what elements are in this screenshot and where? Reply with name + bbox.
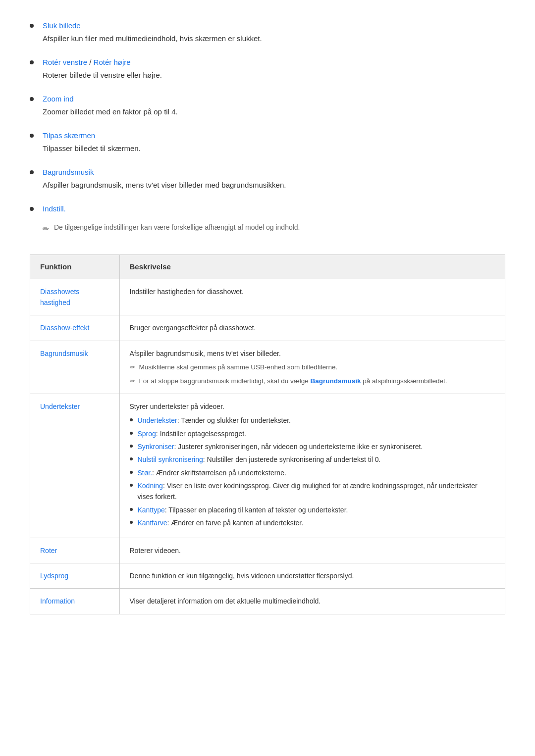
bullet-title: Sluk billede: [43, 21, 81, 30]
list-item: Sluk billede Afspiller kun filer med mul…: [30, 20, 505, 45]
table-row: Bagrundsmusik Afspiller bagrundsmusik, m…: [30, 341, 505, 394]
table-row: Diasshowets hastighed Indstiller hastigh…: [30, 279, 505, 315]
inner-bullet-dot: [130, 432, 133, 435]
settings-table: Funktion Beskrivelse Diasshowets hastigh…: [30, 254, 505, 614]
bullet-dot: [30, 134, 34, 138]
bold-link: Bagrundsmusik: [310, 377, 361, 385]
bullet-content: Rotér venstre / Rotér højre Roterer bill…: [43, 56, 505, 81]
table-cell-desc: Denne funktion er kun tilgængelig, hvis …: [119, 563, 505, 589]
inner-bullet-text: Kantfarve: Ændrer en farve på kanten af …: [138, 517, 304, 528]
inner-link: Undertekster: [138, 416, 177, 424]
table-cell-desc: Bruger overgangseffekter på diasshowet.: [119, 315, 505, 341]
inner-bullet-item: Kantfarve: Ændrer en farve på kanten af …: [130, 517, 495, 528]
inner-link: Nulstil synkronisering: [138, 455, 203, 463]
inner-link: Kanttype: [138, 506, 165, 514]
table-cell-func: Roter: [30, 538, 119, 563]
bullet-title: Zoom ind: [43, 95, 74, 103]
inner-bullet-text: Stør.: Ændrer skriftstørrelsen på undert…: [138, 467, 286, 478]
inner-bullet-dot: [130, 445, 133, 448]
table-cell-func: Lydsprog: [30, 563, 119, 589]
table-cell-func: Diasshowets hastighed: [30, 279, 119, 315]
table-cell-func: Information: [30, 589, 119, 614]
table-row: Roter Roterer videoen.: [30, 538, 505, 563]
inner-bullet-item: Undertekster: Tænder og slukker for unde…: [130, 415, 495, 426]
inner-bullet-text: Undertekster: Tænder og slukker for unde…: [138, 415, 291, 426]
list-item: Tilpas skærmen Tilpasser billedet til sk…: [30, 130, 505, 154]
bullet-title-left: Rotér venstre: [43, 58, 87, 66]
note-text: De tilgængelige indstillinger kan være f…: [54, 222, 300, 233]
inner-bullet-text: Kodning: Viser en liste over kodningsspr…: [138, 480, 495, 503]
cell-note-text: Musikfilerne skal gemmes på samme USB-en…: [139, 362, 338, 373]
table-header-row: Funktion Beskrivelse: [30, 255, 505, 279]
table-cell-desc: Indstiller hastigheden for diasshowet.: [119, 279, 505, 315]
feature-list: Sluk billede Afspiller kun filer med mul…: [30, 20, 505, 243]
bullet-title: Indstill.: [43, 204, 66, 213]
bullet-dot: [30, 97, 34, 101]
pencil-icon: ✏: [43, 223, 49, 236]
inner-link: Synkroniser: [138, 443, 174, 451]
table-cell-desc: Roterer videoen.: [119, 538, 505, 563]
cell-note-text: For at stoppe baggrundsmusik midlertidig…: [139, 376, 447, 387]
inner-bullet-list: Undertekster: Tænder og slukker for unde…: [130, 415, 495, 529]
inner-bullet-text: Kanttype: Tilpasser en placering til kan…: [138, 504, 348, 515]
inner-bullet-item: Stør.: Ændrer skriftstørrelsen på undert…: [130, 467, 495, 478]
inner-bullet-item: Nulstil synkronisering: Nulstiller den j…: [130, 454, 495, 465]
list-item: Bagrundsmusik Afspiller bagrundsmusik, m…: [30, 166, 505, 191]
col-header-description: Beskrivelse: [119, 255, 505, 279]
inner-bullet-text: Nulstil synkronisering: Nulstiller den j…: [138, 454, 381, 465]
col-header-function: Funktion: [30, 255, 119, 279]
bullet-dot: [30, 207, 34, 211]
list-item: Zoom ind Zoomer billedet med en faktor p…: [30, 93, 505, 118]
bullet-title: Tilpas skærmen: [43, 131, 95, 140]
inner-bullet-item: Synkroniser: Justerer synkroniseringen, …: [130, 441, 495, 452]
bullet-title: Bagrundsmusik: [43, 168, 94, 176]
inner-bullet-text: Sprog: Indstiller optagelsessproget.: [138, 428, 246, 439]
bullet-content: Sluk billede Afspiller kun filer med mul…: [43, 20, 505, 45]
list-item: Indstill. ✏ De tilgængelige indstillinge…: [30, 203, 505, 243]
inner-link: Stør.: [138, 469, 153, 477]
bullet-content: Bagrundsmusik Afspiller bagrundsmusik, m…: [43, 166, 505, 191]
inner-bullet-text: Synkroniser: Justerer synkroniseringen, …: [138, 441, 423, 452]
inner-bullet-item: Kanttype: Tilpasser en placering til kan…: [130, 504, 495, 515]
bullet-desc: Afspiller bagrundsmusik, mens tv'et vise…: [43, 179, 505, 191]
inner-bullet-dot: [130, 521, 133, 524]
indented-note: ✏ De tilgængelige indstillinger kan være…: [43, 222, 505, 236]
inner-link: Kantfarve: [138, 519, 167, 527]
table-cell-func: Bagrundsmusik: [30, 341, 119, 394]
inner-bullet-dot: [130, 508, 133, 511]
inner-link: Kodning: [138, 482, 163, 490]
inner-bullet-dot: [130, 471, 133, 474]
table-row: Diasshow-effekt Bruger overgangseffekter…: [30, 315, 505, 341]
bullet-title-right: Rotér højre: [94, 58, 131, 66]
bullet-dot: [30, 60, 34, 64]
bullet-dot: [30, 170, 34, 174]
cell-note: ✏ For at stoppe baggrundsmusik midlertid…: [130, 376, 495, 387]
table-cell-func: Diasshow-effekt: [30, 315, 119, 341]
table-cell-desc: Styrer undertekster på videoer. Undertek…: [119, 394, 505, 538]
bullet-desc: Tilpasser billedet til skærmen.: [43, 143, 505, 154]
inner-link: Sprog: [138, 430, 156, 438]
bullet-content: Zoom ind Zoomer billedet med en faktor p…: [43, 93, 505, 118]
bullet-desc: Roterer billede til venstre eller højre.: [43, 69, 505, 81]
pencil-icon: ✏: [130, 376, 135, 387]
table-row: Undertekster Styrer undertekster på vide…: [30, 394, 505, 538]
inner-bullet-item: Kodning: Viser en liste over kodningsspr…: [130, 480, 495, 503]
pencil-icon: ✏: [130, 362, 135, 373]
table-row: Information Viser detaljeret information…: [30, 589, 505, 614]
separator: /: [89, 58, 93, 66]
table-cell-desc: Afspiller bagrundsmusik, mens tv'et vise…: [119, 341, 505, 394]
bullet-content: Indstill. ✏ De tilgængelige indstillinge…: [43, 203, 505, 243]
cell-note: ✏ Musikfilerne skal gemmes på samme USB-…: [130, 362, 495, 373]
bullet-desc: Afspiller kun filer med multimedieindhol…: [43, 33, 505, 45]
bullet-desc: Zoomer billedet med en faktor på op til …: [43, 106, 505, 118]
inner-bullet-dot: [130, 457, 133, 460]
bullet-dot: [30, 24, 34, 28]
inner-bullet-dot: [130, 418, 133, 421]
bullet-content: Tilpas skærmen Tilpasser billedet til sk…: [43, 130, 505, 154]
table-row: Lydsprog Denne funktion er kun tilgængel…: [30, 563, 505, 589]
table-cell-func: Undertekster: [30, 394, 119, 538]
inner-bullet-dot: [130, 484, 133, 487]
inner-bullet-item: Sprog: Indstiller optagelsessproget.: [130, 428, 495, 439]
table-cell-desc: Viser detaljeret information om det aktu…: [119, 589, 505, 614]
list-item: Rotér venstre / Rotér højre Roterer bill…: [30, 56, 505, 81]
